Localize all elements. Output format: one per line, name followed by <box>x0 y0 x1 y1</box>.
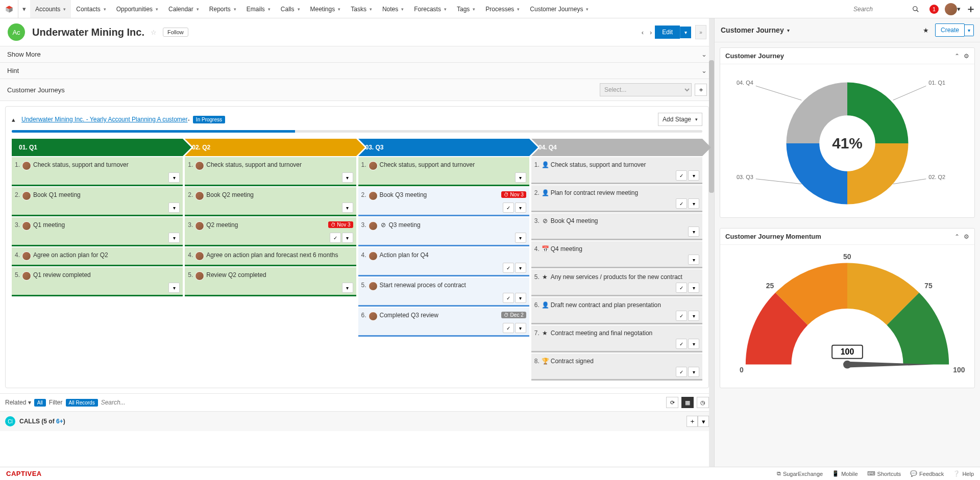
gear-icon[interactable]: ⚙ <box>964 233 969 240</box>
footer-mobile[interactable]: 📱 Mobile <box>832 470 857 477</box>
task-menu[interactable]: ▾ <box>515 263 526 273</box>
task-card[interactable]: 3.Q2 meeting⏱ Nov 3✓▾ <box>185 217 356 246</box>
task-card[interactable]: 2.Book Q3 meeting⏱ Nov 3✓▾ <box>358 187 529 216</box>
task-menu[interactable]: ▾ <box>688 367 699 377</box>
task-card[interactable]: 7.★Contract meeting and final negotation… <box>531 325 702 352</box>
task-menu[interactable]: ▾ <box>342 203 353 213</box>
nav-item-forecasts[interactable]: Forecasts▾ <box>409 0 452 18</box>
clock-button[interactable]: ◷ <box>697 397 709 408</box>
complete-button[interactable]: ✓ <box>676 170 687 181</box>
create-button[interactable]: Create <box>935 23 965 37</box>
show-more-panel[interactable]: Show More ⌄ <box>0 46 714 63</box>
task-card[interactable]: 2.👤Plan for contract review meeting✓▾ <box>531 185 702 212</box>
next-record[interactable]: › <box>647 29 655 36</box>
complete-button[interactable]: ✓ <box>676 339 687 349</box>
filter-all-pill[interactable]: All <box>34 399 46 407</box>
edit-button[interactable]: Edit <box>655 26 680 39</box>
task-card[interactable]: 4.Agree on action plan and forecast next… <box>185 247 356 266</box>
collapse-icon[interactable]: ⌃ <box>954 53 960 60</box>
task-menu[interactable]: ▾ <box>168 172 180 183</box>
calls-add-button[interactable]: ＋ <box>687 416 698 427</box>
journey-select[interactable]: Select... <box>600 83 692 96</box>
complete-button[interactable]: ✓ <box>503 323 514 333</box>
edit-dropdown[interactable]: ▾ <box>680 27 691 38</box>
complete-button[interactable]: ✓ <box>676 283 687 293</box>
task-menu[interactable]: ▾ <box>168 283 180 293</box>
complete-button[interactable]: ✓ <box>330 233 341 243</box>
task-menu[interactable]: ▾ <box>688 283 699 293</box>
footer-feedback[interactable]: 💬 Feedback <box>910 470 944 477</box>
task-menu[interactable]: ▾ <box>688 170 699 181</box>
sidebar-toggle[interactable]: » <box>695 25 706 39</box>
nav-item-meetings[interactable]: Meetings▾ <box>305 0 346 18</box>
task-card[interactable]: 3.Q1 meeting▾ <box>12 217 183 246</box>
task-card[interactable]: 4.Agree on action plan for Q2 <box>12 247 183 266</box>
nav-item-opportunities[interactable]: Opportunities▾ <box>111 0 163 18</box>
related-label[interactable]: Related ▾ <box>5 399 31 406</box>
task-menu[interactable]: ▾ <box>342 283 353 293</box>
calls-dropdown[interactable]: ▾ <box>698 416 709 427</box>
task-menu[interactable]: ▾ <box>515 233 526 243</box>
task-menu[interactable]: ▾ <box>688 311 699 321</box>
complete-button[interactable]: ✓ <box>676 198 687 209</box>
task-menu[interactable]: ▾ <box>342 233 353 243</box>
brand-dropdown[interactable]: ▾ <box>18 5 30 13</box>
task-menu[interactable]: ▾ <box>168 233 180 243</box>
task-card[interactable]: 3.⊘Q3 meeting▾ <box>358 217 529 246</box>
nav-item-accounts[interactable]: Accounts▾ <box>30 0 71 18</box>
follow-button[interactable]: Follow <box>163 28 188 37</box>
create-dropdown[interactable]: ▾ <box>965 24 974 36</box>
gear-icon[interactable]: ⚙ <box>964 53 969 60</box>
footer-shortcuts[interactable]: ⌨ Shortcuts <box>867 470 901 477</box>
task-card[interactable]: 8.🏆Contract signed✓▾ <box>531 353 702 381</box>
task-card[interactable]: 1.Check status, support and turnover▾ <box>185 157 356 186</box>
calls-subpanel[interactable]: Cl CALLS (5 of 6+) ＋ ▾ <box>0 412 714 431</box>
collapse-toggle[interactable]: ▴ <box>12 116 15 123</box>
nav-item-emails[interactable]: Emails▾ <box>241 0 276 18</box>
task-card[interactable]: 5.Q1 review completed▾ <box>12 267 183 296</box>
task-card[interactable]: 1.Check status, support and turnover▾ <box>12 157 183 186</box>
nav-item-processes[interactable]: Processes▾ <box>480 0 525 18</box>
complete-button[interactable]: ✓ <box>503 293 514 303</box>
filter-allrecords-pill[interactable]: All Records <box>66 399 98 407</box>
nav-item-contacts[interactable]: Contacts▾ <box>71 0 111 18</box>
nav-item-tags[interactable]: Tags▾ <box>452 0 480 18</box>
task-card[interactable]: 3.⊘Book Q4 meeting▾ <box>531 213 702 240</box>
task-menu[interactable]: ▾ <box>168 203 180 213</box>
nav-item-calendar[interactable]: Calendar▾ <box>163 0 204 18</box>
favorite-star[interactable]: ☆ <box>151 29 157 36</box>
task-menu[interactable]: ▾ <box>688 255 699 265</box>
nav-item-calls[interactable]: Calls▾ <box>276 0 305 18</box>
scrollbar-thumb[interactable] <box>709 60 714 193</box>
complete-button[interactable]: ✓ <box>503 263 514 273</box>
task-card[interactable]: 5.★Any new services / products for the n… <box>531 269 702 296</box>
stage-header[interactable]: 02. Q2 <box>185 139 356 156</box>
task-menu[interactable]: ▾ <box>515 203 526 213</box>
side-title-dropdown[interactable]: ▾ <box>787 28 790 33</box>
footer-sugarexchange[interactable]: ⧉ SugarExchange <box>777 470 823 477</box>
grid-view-button[interactable]: ▦ <box>681 397 694 408</box>
task-card[interactable]: 2.Book Q1 meeting▾ <box>12 187 183 216</box>
task-menu[interactable]: ▾ <box>688 339 699 349</box>
nav-item-notes[interactable]: Notes▾ <box>377 0 409 18</box>
task-card[interactable]: 6.👤Draft new contract and plan presentat… <box>531 297 702 324</box>
task-card[interactable]: 1.Check status, support and turnover▾ <box>358 157 529 186</box>
footer-help[interactable]: ❔ Help <box>953 470 974 477</box>
stage-header[interactable]: 04. Q4 <box>531 139 702 156</box>
refresh-button[interactable]: ⟳ <box>666 397 678 408</box>
task-card[interactable]: 6.Completed Q3 review⏱ Dec 2✓▾ <box>358 308 529 337</box>
side-favorite[interactable]: ★ <box>923 27 929 34</box>
task-menu[interactable]: ▾ <box>515 323 526 333</box>
complete-button[interactable]: ✓ <box>676 367 687 377</box>
task-card[interactable]: 4.📅Q4 meeting▾ <box>531 241 702 268</box>
task-menu[interactable]: ▾ <box>688 226 699 237</box>
task-menu[interactable]: ▾ <box>688 198 699 209</box>
journey-link[interactable]: Underwater Mining Inc. - Yearly Account … <box>21 116 188 123</box>
complete-button[interactable]: ✓ <box>676 311 687 321</box>
search-button[interactable] <box>906 0 925 18</box>
task-card[interactable]: 4.Action plan for Q4✓▾ <box>358 247 529 276</box>
notification-badge[interactable]: 1 <box>925 0 943 18</box>
task-menu[interactable]: ▾ <box>515 293 526 303</box>
hint-panel[interactable]: Hint ⌄ <box>0 63 714 79</box>
add-stage-button[interactable]: Add Stage▾ <box>658 113 702 126</box>
